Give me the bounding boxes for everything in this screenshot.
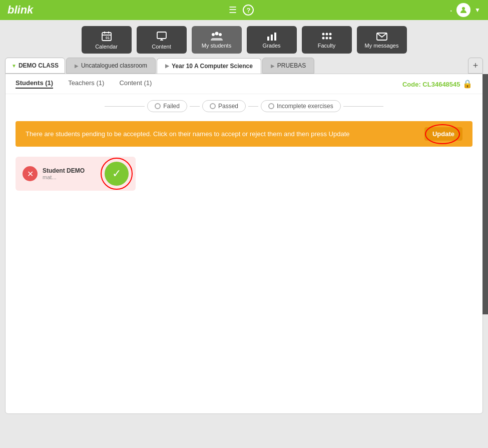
radio-incomplete	[268, 103, 274, 109]
faculty-label: Faculty	[318, 43, 335, 49]
notification-message: There are students pending to be accepte…	[26, 130, 350, 138]
lock-icon[interactable]: 🔒	[462, 80, 472, 88]
svg-rect-12	[267, 37, 269, 41]
filter-connector-1	[190, 106, 200, 107]
filter-row: Failed Passed Incomplete exercises	[6, 94, 482, 116]
tab-demo-class[interactable]: ▼ DEMO CLASS	[5, 58, 65, 74]
main-content: Students (1) Teachers (1) Content (1) Co…	[5, 74, 483, 414]
sidebar-pencil-icon[interactable]	[485, 199, 488, 219]
filter-incomplete[interactable]: Incomplete exercises	[261, 100, 341, 112]
class-code: Code: CL34648545	[402, 81, 460, 88]
calendar-button[interactable]: 01 Calendar	[82, 26, 132, 54]
filter-failed[interactable]: Failed	[147, 100, 187, 112]
student-card: ✕ Student DEMO mat... ✓	[16, 157, 136, 191]
my-messages-label: My messages	[365, 43, 399, 49]
filter-passed-label: Passed	[218, 103, 238, 110]
student-list: ✕ Student DEMO mat... ✓	[6, 152, 482, 196]
sub-tabs: Students (1) Teachers (1) Content (1) Co…	[6, 74, 482, 94]
content-label: Content	[152, 44, 171, 50]
filter-line-right	[343, 106, 383, 107]
my-students-label: My students	[202, 43, 231, 49]
calendar-label: Calendar	[95, 44, 118, 50]
tabs-row: ▼ DEMO CLASS ▶ Uncatalogued classroom ▶ …	[0, 58, 488, 74]
my-students-button[interactable]: My students	[192, 26, 242, 54]
svg-point-10	[215, 32, 218, 35]
top-bar: blink ☰ ? · ▼	[0, 0, 488, 20]
svg-point-15	[322, 33, 324, 35]
tab-pruebas-arrow: ▶	[271, 63, 275, 69]
svg-point-11	[219, 33, 222, 36]
tab-add-button[interactable]: +	[468, 58, 483, 74]
accept-button[interactable]: ✓	[105, 162, 129, 186]
content-button[interactable]: Content	[137, 26, 187, 54]
notification-dot: ·	[450, 5, 453, 16]
faculty-button[interactable]: Faculty	[302, 26, 352, 54]
svg-rect-14	[274, 33, 276, 41]
grades-label: Grades	[262, 43, 280, 49]
update-button[interactable]: Update	[424, 127, 462, 141]
top-bar-center: ☰ ?	[229, 5, 254, 16]
sidebar-grid2-icon[interactable]	[485, 175, 488, 195]
sidebar-folder-icon[interactable]	[485, 103, 488, 123]
hamburger-menu-icon[interactable]: ☰	[229, 5, 237, 16]
sidebar-edit-user-icon[interactable]	[485, 127, 488, 147]
filter-passed[interactable]: Passed	[202, 100, 246, 112]
svg-point-0	[462, 7, 465, 10]
svg-point-9	[212, 33, 215, 36]
svg-point-16	[325, 33, 328, 35]
filter-failed-label: Failed	[163, 103, 180, 110]
tab-demo-arrow: ▼	[12, 63, 17, 69]
filter-connector-2	[248, 106, 258, 107]
sub-tab-content[interactable]: Content (1)	[119, 79, 152, 89]
student-name: Student DEMO	[43, 167, 100, 174]
svg-point-17	[329, 33, 331, 35]
filter-line-left	[105, 106, 145, 107]
student-info: Student DEMO mat...	[43, 167, 100, 180]
tab-uncatalogued-arrow: ▶	[75, 63, 79, 69]
sub-tab-teachers[interactable]: Teachers (1)	[68, 79, 104, 89]
svg-text:01: 01	[106, 36, 110, 40]
radio-failed	[155, 103, 161, 109]
toolbar: 01 Calendar Content My students Grades	[0, 20, 488, 58]
tab-uncatalogued-label: Uncatalogued classroom	[81, 62, 147, 69]
filter-incomplete-label: Incomplete exercises	[277, 103, 333, 110]
sidebar-grid1-icon[interactable]	[485, 151, 488, 171]
tab-year10[interactable]: ▶ Year 10 A Computer Science	[157, 58, 261, 74]
tab-pruebas-label: PRUEBAS	[277, 62, 306, 69]
svg-point-18	[322, 37, 324, 39]
svg-point-20	[329, 37, 331, 39]
notification-bar: There are students pending to be accepte…	[16, 121, 472, 147]
my-messages-button[interactable]: My messages	[357, 26, 407, 54]
top-bar-right: · ▼	[450, 3, 480, 17]
sidebar-mail-icon[interactable]	[485, 79, 488, 99]
tab-demo-label: DEMO CLASS	[19, 62, 59, 69]
tab-uncatalogued[interactable]: ▶ Uncatalogued classroom	[66, 58, 156, 74]
reject-button[interactable]: ✕	[23, 166, 38, 181]
student-email: mat...	[43, 174, 100, 180]
tab-pruebas[interactable]: ▶ PRUEBAS	[262, 58, 314, 74]
tab-year10-arrow: ▶	[165, 63, 169, 69]
sub-tab-students[interactable]: Students (1)	[16, 79, 53, 89]
avatar-dropdown-arrow[interactable]: ▼	[474, 7, 480, 14]
svg-rect-6	[157, 32, 166, 39]
radio-passed	[210, 103, 216, 109]
help-icon[interactable]: ?	[243, 5, 254, 16]
sub-tabs-left: Students (1) Teachers (1) Content (1)	[16, 79, 152, 89]
tab-year10-label: Year 10 A Computer Science	[172, 63, 253, 70]
avatar[interactable]	[456, 3, 470, 17]
svg-point-19	[325, 37, 328, 39]
class-code-area: Code: CL34648545 🔒	[402, 79, 472, 89]
svg-rect-13	[271, 35, 273, 41]
logo: blink	[8, 4, 33, 17]
grades-button[interactable]: Grades	[247, 26, 297, 54]
right-sidebar	[482, 74, 488, 314]
